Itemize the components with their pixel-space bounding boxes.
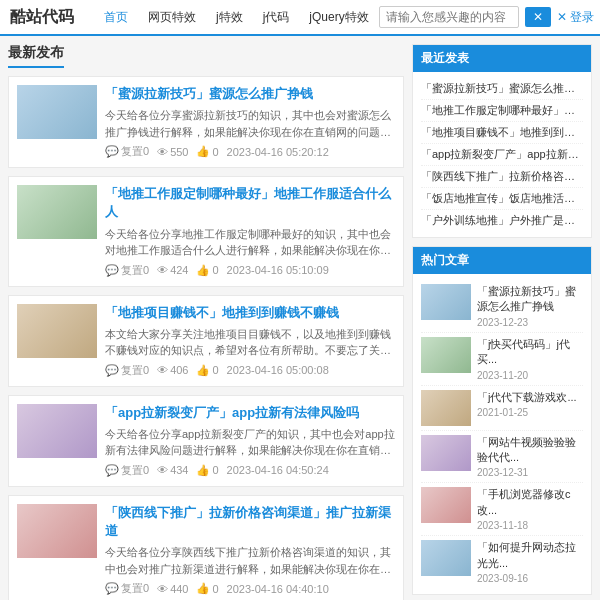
article-meta: 💬 复置0 👁 434 👍 0 2023-04-16 04:50:24 [105, 463, 395, 478]
like-icon: 👍 [196, 364, 210, 377]
like-icon: 👍 [196, 145, 210, 158]
right-column: 最近发表 「蜜源拉新技巧」蜜源怎么推广挣钱 「地推工作服定制哪种最好」地推...… [412, 44, 592, 600]
article-title[interactable]: 「app拉新裂变厂产」app拉新有法律风险吗 [105, 404, 395, 422]
like-count: 👍 0 [196, 264, 218, 277]
article-desc: 今天给各位分享地推工作服定制哪种最好的知识，其中也会对地推工作服适合什么人进行解… [105, 226, 395, 259]
latest-post-link[interactable]: 「app拉新裂变厂产」app拉新有法... [421, 144, 583, 166]
like-icon: 👍 [196, 582, 210, 595]
like-count: 👍 0 [196, 145, 218, 158]
hot-post-item: 「网站牛视频验验验验代代... 2023-12-31 [421, 431, 583, 484]
hot-post-title[interactable]: 「如何提升网动态拉光光... [477, 540, 583, 571]
main-content: 最新发布 「蜜源拉新技巧」蜜源怎么推广挣钱 今天给各位分享蜜源拉新技巧的知识，其… [0, 36, 600, 600]
hot-post-date: 2023-09-16 [477, 573, 583, 584]
hot-post-item: 「j代代下载游戏欢... 2021-01-25 [421, 386, 583, 431]
hot-post-date: 2023-11-18 [477, 520, 583, 531]
article-item: 「地推工作服定制哪种最好」地推工作服适合什么人 今天给各位分享地推工作服定制哪种… [8, 176, 404, 286]
hot-post-title[interactable]: 「手机浏览器修改c改... [477, 487, 583, 518]
comment-icon: 💬 [105, 464, 119, 477]
hot-post-item: 「蜜源拉新技巧」蜜源怎么推广挣钱 2023-12-23 [421, 280, 583, 333]
latest-post-link[interactable]: 「饭店地推宣传」饭店地推活动技巧 [421, 188, 583, 210]
article-item: 「蜜源拉新技巧」蜜源怎么推广挣钱 今天给各位分享蜜源拉新技巧的知识，其中也会对蜜… [8, 76, 404, 168]
comment-icon: 💬 [105, 264, 119, 277]
hot-post-thumb [421, 284, 471, 320]
like-count: 👍 0 [196, 582, 218, 595]
comment-count: 💬 复置0 [105, 144, 149, 159]
view-count: 👁 440 [157, 583, 188, 595]
hot-post-title[interactable]: 「j快买代码码」j代买... [477, 337, 583, 368]
view-icon: 👁 [157, 364, 168, 376]
article-thumbnail [17, 304, 97, 358]
comment-count: 💬 复置0 [105, 363, 149, 378]
article-date: 2023-04-16 05:00:08 [227, 364, 329, 376]
main-nav: 首页 网页特效 j特效 j代码 jQuery特效 [94, 1, 379, 34]
article-item: 「app拉新裂变厂产」app拉新有法律风险吗 今天给各位分享app拉新裂变厂产的… [8, 395, 404, 487]
hot-post-info: 「j代代下载游戏欢... 2021-01-25 [477, 390, 583, 426]
latest-post-link[interactable]: 「地推项目赚钱不」地推到到赚钱不... [421, 122, 583, 144]
search-input[interactable] [379, 6, 519, 28]
hot-post-info: 「j快买代码码」j代买... 2023-11-20 [477, 337, 583, 381]
article-content: 「地推工作服定制哪种最好」地推工作服适合什么人 今天给各位分享地推工作服定制哪种… [105, 185, 395, 277]
comment-count: 💬 复置0 [105, 263, 149, 278]
like-count: 👍 0 [196, 364, 218, 377]
view-count: 👁 424 [157, 264, 188, 276]
article-content: 「陕西线下推广」拉新价格咨询渠道」推广拉新渠道 今天给各位分享陕西线下推广拉新价… [105, 504, 395, 596]
article-thumbnail [17, 404, 97, 458]
hot-post-info: 「如何提升网动态拉光光... 2023-09-16 [477, 540, 583, 584]
left-column: 最新发布 「蜜源拉新技巧」蜜源怎么推广挣钱 今天给各位分享蜜源拉新技巧的知识，其… [8, 44, 404, 600]
article-title[interactable]: 「地推项目赚钱不」地推到到赚钱不赚钱 [105, 304, 395, 322]
hot-post-info: 「蜜源拉新技巧」蜜源怎么推广挣钱 2023-12-23 [477, 284, 583, 328]
hot-articles-box: 热门文章 「蜜源拉新技巧」蜜源怎么推广挣钱 2023-12-23 「j快买代码码… [412, 246, 592, 595]
latest-post-link[interactable]: 「蜜源拉新技巧」蜜源怎么推广挣钱 [421, 78, 583, 100]
view-icon: 👁 [157, 464, 168, 476]
article-title[interactable]: 「陕西线下推广」拉新价格咨询渠道」推广拉新渠道 [105, 504, 395, 540]
comment-count: 💬 复置0 [105, 581, 149, 596]
article-desc: 本文给大家分享关注地推项目目赚钱不，以及地推到到赚钱不赚钱对应的知识点，希望对各… [105, 326, 395, 359]
latest-posts-box: 最近发表 「蜜源拉新技巧」蜜源怎么推广挣钱 「地推工作服定制哪种最好」地推...… [412, 44, 592, 238]
view-icon: 👁 [157, 583, 168, 595]
view-count: 👁 550 [157, 146, 188, 158]
article-thumbnail [17, 504, 97, 558]
hot-post-thumb [421, 540, 471, 576]
hot-post-title[interactable]: 「蜜源拉新技巧」蜜源怎么推广挣钱 [477, 284, 583, 315]
article-item: 「陕西线下推广」拉新价格咨询渠道」推广拉新渠道 今天给各位分享陕西线下推广拉新价… [8, 495, 404, 600]
latest-post-link[interactable]: 「地推工作服定制哪种最好」地推... [421, 100, 583, 122]
comment-icon: 💬 [105, 364, 119, 377]
hot-post-item: 「手机浏览器修改c改... 2023-11-18 [421, 483, 583, 536]
search-area: ✕ ✕ 登录 [379, 6, 594, 28]
article-content: 「地推项目赚钱不」地推到到赚钱不赚钱 本文给大家分享关注地推项目目赚钱不，以及地… [105, 304, 395, 378]
article-meta: 💬 复置0 👁 406 👍 0 2023-04-16 05:00:08 [105, 363, 395, 378]
hot-post-date: 2023-11-20 [477, 370, 583, 381]
comment-icon: 💬 [105, 145, 119, 158]
article-date: 2023-04-16 05:10:09 [227, 264, 329, 276]
nav-item-home[interactable]: 首页 [94, 1, 138, 36]
view-icon: 👁 [157, 146, 168, 158]
hot-post-thumb [421, 435, 471, 471]
search-button[interactable]: ✕ [525, 7, 551, 27]
hot-post-thumb [421, 390, 471, 426]
article-desc: 今天给各位分享陕西线下推广拉新价格咨询渠道的知识，其中也会对推广拉新渠道进行解释… [105, 544, 395, 577]
article-title[interactable]: 「地推工作服定制哪种最好」地推工作服适合什么人 [105, 185, 395, 221]
hot-post-date: 2023-12-31 [477, 467, 583, 478]
nav-item-webeffects[interactable]: 网页特效 [138, 1, 206, 34]
latest-post-link[interactable]: 「户外训练地推」户外推广是干什么 [421, 210, 583, 231]
article-date: 2023-04-16 04:40:10 [227, 583, 329, 595]
article-title[interactable]: 「蜜源拉新技巧」蜜源怎么推广挣钱 [105, 85, 395, 103]
header: 酷站代码 首页 网页特效 j特效 j代码 jQuery特效 ✕ ✕ 登录 [0, 0, 600, 36]
hot-articles-content: 「蜜源拉新技巧」蜜源怎么推广挣钱 2023-12-23 「j快买代码码」j代买.… [413, 274, 591, 594]
latest-post-link[interactable]: 「陕西线下推广」拉新价格咨询渠... [421, 166, 583, 188]
section-title: 最新发布 [8, 44, 64, 68]
login-button[interactable]: ✕ 登录 [557, 9, 594, 26]
article-item: 「地推项目赚钱不」地推到到赚钱不赚钱 本文给大家分享关注地推项目目赚钱不，以及地… [8, 295, 404, 387]
article-thumbnail [17, 85, 97, 139]
latest-posts-content: 「蜜源拉新技巧」蜜源怎么推广挣钱 「地推工作服定制哪种最好」地推... 「地推项… [413, 72, 591, 237]
nav-item-jcode[interactable]: j代码 [253, 1, 300, 34]
article-desc: 今天给各位分享蜜源拉新技巧的知识，其中也会对蜜源怎么推广挣钱进行解释，如果能解决… [105, 107, 395, 140]
hot-post-title[interactable]: 「j代代下载游戏欢... [477, 390, 583, 405]
logo: 酷站代码 [10, 7, 74, 28]
nav-item-jquery[interactable]: jQuery特效 [299, 1, 378, 34]
hot-post-title[interactable]: 「网站牛视频验验验验代代... [477, 435, 583, 466]
like-count: 👍 0 [196, 464, 218, 477]
nav-item-jeffects[interactable]: j特效 [206, 1, 253, 34]
article-meta: 💬 复置0 👁 550 👍 0 2023-04-16 05:20:12 [105, 144, 395, 159]
view-count: 👁 434 [157, 464, 188, 476]
